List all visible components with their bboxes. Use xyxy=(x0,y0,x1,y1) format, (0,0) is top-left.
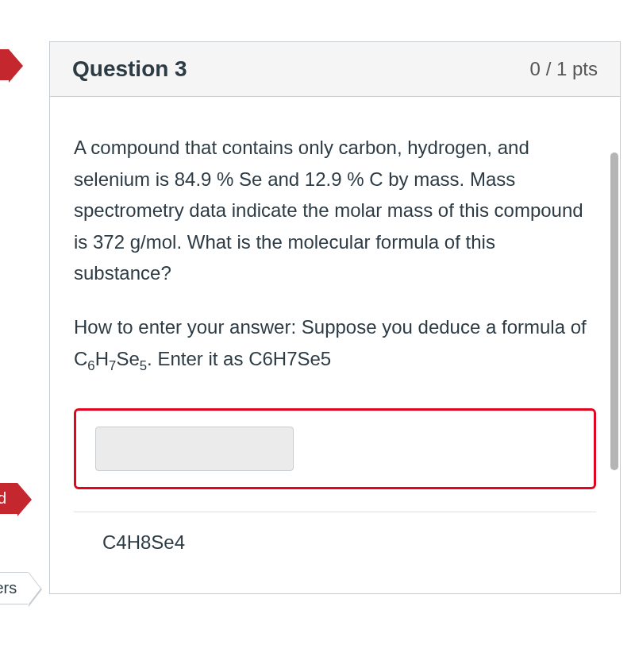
instructions-text: . Enter it as C6H7Se5 xyxy=(147,348,331,369)
status-flag-red-2: ered xyxy=(0,483,17,514)
answer-input[interactable] xyxy=(95,427,294,471)
status-flag-answers: swers xyxy=(0,572,29,604)
submitted-answer-text: C4H8Se4 xyxy=(74,531,596,570)
instructions-text: H xyxy=(95,348,109,369)
formula-sub: 5 xyxy=(140,357,147,373)
scrollbar-thumb[interactable] xyxy=(610,153,618,470)
question-card: Question 3 0 / 1 pts A compound that con… xyxy=(49,41,621,594)
question-title: Question 3 xyxy=(72,56,187,82)
formula-sub: 6 xyxy=(87,357,94,373)
formula-sub: 7 xyxy=(109,357,116,373)
points-display: 0 / 1 pts xyxy=(530,58,598,80)
divider xyxy=(74,512,596,512)
question-header: Question 3 0 / 1 pts xyxy=(50,42,620,97)
question-body: A compound that contains only carbon, hy… xyxy=(50,97,620,593)
answer-highlight-box xyxy=(74,408,596,489)
status-flag-red-1: red xyxy=(0,49,9,80)
question-prompt: A compound that contains only carbon, hy… xyxy=(74,132,596,289)
instructions-text: Se xyxy=(116,348,139,369)
answer-instructions: How to enter your answer: Suppose you de… xyxy=(74,311,596,377)
scrollbar-track[interactable] xyxy=(610,153,618,534)
